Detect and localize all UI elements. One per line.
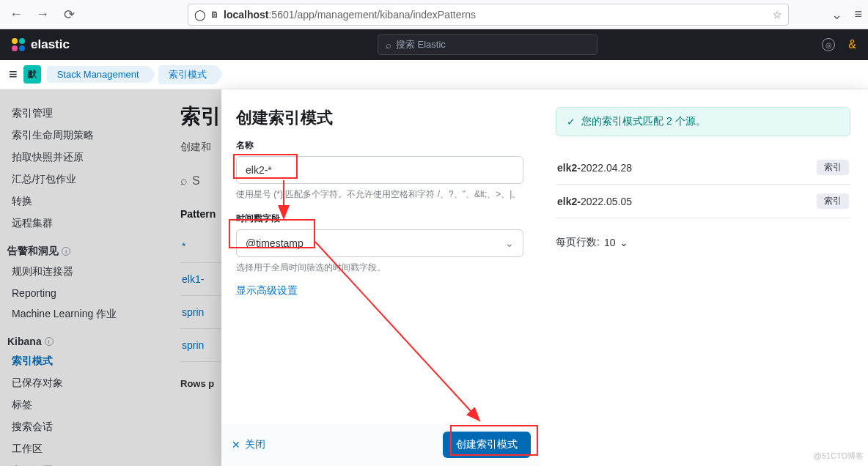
sidebar-item[interactable]: 汇总/打包作业: [7, 169, 155, 191]
url-bar[interactable]: ◯ 🗎 localhost:5601/app/management/kibana…: [188, 4, 789, 26]
create-index-pattern-button[interactable]: 创建索引模式: [443, 432, 531, 458]
name-input-value: elk2-*: [246, 164, 272, 176]
browser-chrome: ← → ⟳ ◯ 🗎 localhost:5601/app/management/…: [0, 0, 868, 29]
nav-forward-button[interactable]: →: [32, 4, 53, 25]
sidebar-item[interactable]: 索引生命周期策略: [7, 125, 155, 147]
sidebar-item[interactable]: 转换: [7, 191, 155, 212]
info-icon[interactable]: i: [62, 247, 70, 256]
bookmark-star-icon[interactable]: ☆: [773, 9, 782, 21]
name-input[interactable]: elk2-*: [236, 156, 523, 184]
name-help-text: 使用星号 (*) 匹配多个字符。不允许使用空格和字符 /、?、"、&lt;、>、…: [236, 188, 523, 201]
match-banner-text: 您的索引模式匹配 2 个源。: [581, 115, 706, 128]
header-search-placeholder: 搜索 Elastic: [396, 38, 446, 51]
search-icon: ⌕: [386, 40, 391, 51]
nav-menu-toggle[interactable]: ≡: [9, 66, 18, 83]
sidebar-item[interactable]: Reporting: [7, 283, 155, 303]
match-row: elk2-2022.04.28 索引: [556, 151, 850, 185]
close-icon: ✕: [232, 439, 240, 451]
search-icon: ⌕: [180, 174, 188, 188]
modal-title: 创建索引模式: [236, 107, 523, 129]
nav-reload-button[interactable]: ⟳: [59, 4, 79, 25]
sidebar-item[interactable]: Machine Learning 作业: [7, 303, 155, 325]
match-success-banner: ✓ 您的索引模式匹配 2 个源。: [556, 107, 850, 136]
close-button[interactable]: ✕ 关闭: [232, 438, 265, 451]
sidebar: 索引管理 索引生命周期策略 拍取快照并还原 汇总/打包作业 转换 远程集群 告警…: [0, 89, 163, 466]
modal-footer: ✕ 关闭 创建索引模式: [221, 424, 541, 466]
breadcrumb-stack-management[interactable]: Stack Management: [47, 66, 150, 83]
sidebar-item[interactable]: 已保存对象: [7, 372, 155, 394]
header-search-input[interactable]: ⌕ 搜索 Elastic: [378, 34, 597, 55]
timestamp-select-value: @timestamp: [246, 237, 304, 249]
elastic-wordmark: elastic: [31, 37, 70, 52]
nav-back-button[interactable]: ←: [6, 4, 26, 25]
sidebar-item[interactable]: 索引管理: [7, 103, 155, 125]
chevron-down-icon: ⌄: [505, 237, 514, 249]
breadcrumb-bar: ≡ 默 Stack Management 索引模式: [0, 60, 868, 89]
browser-menu-icon[interactable]: ≡: [854, 7, 862, 23]
sidebar-item-index-patterns[interactable]: 索引模式: [7, 350, 155, 372]
timestamp-help-text: 选择用于全局时间筛选的时间戳字段。: [236, 262, 523, 274]
space-badge[interactable]: 默: [23, 65, 41, 84]
rows-per-page-selector[interactable]: 每页行数: 10 ⌄: [556, 236, 850, 249]
show-advanced-link[interactable]: 显示高级设置: [236, 284, 298, 297]
sidebar-heading-alerts: 告警和洞见i: [7, 245, 155, 258]
create-index-pattern-modal: 创建索引模式 名称 elk2-* 使用星号 (*) 匹配多个字符。不允许使用空格…: [221, 89, 868, 466]
chevron-down-icon: ⌄: [619, 237, 628, 248]
index-badge: 索引: [817, 160, 849, 175]
sidebar-item[interactable]: 拍取快照并还原: [7, 147, 155, 169]
breadcrumb-index-patterns[interactable]: 索引模式: [158, 65, 217, 84]
info-icon[interactable]: i: [45, 337, 54, 346]
sidebar-item[interactable]: 工作区: [7, 438, 155, 460]
sidebar-item[interactable]: 搜索会话: [7, 416, 155, 438]
index-badge: 索引: [817, 193, 849, 209]
help-icon[interactable]: ◎: [822, 38, 835, 51]
match-row: elk2-2022.05.05 索引: [556, 185, 850, 218]
url-path: :5601/app/management/kibana/indexPattern…: [268, 9, 476, 21]
sidebar-item[interactable]: 高级设置: [7, 460, 155, 466]
sidebar-item[interactable]: 标签: [7, 394, 155, 416]
url-host: localhost: [224, 9, 268, 21]
elastic-logo[interactable]: elastic: [12, 37, 70, 52]
lock-icon: 🗎: [210, 10, 219, 20]
sidebar-item[interactable]: 远程集群: [7, 212, 155, 234]
timestamp-field-label: 时间戳字段: [236, 212, 523, 225]
user-avatar-icon[interactable]: &: [848, 38, 856, 51]
sidebar-item[interactable]: 规则和连接器: [7, 261, 155, 283]
check-icon: ✓: [567, 116, 575, 127]
name-field-label: 名称: [236, 139, 523, 152]
save-pocket-icon[interactable]: ⌄: [831, 7, 842, 23]
timestamp-select[interactable]: @timestamp ⌄: [236, 229, 523, 257]
elastic-header: elastic ⌕ 搜索 Elastic ◎ &: [0, 29, 868, 60]
shield-icon: ◯: [194, 9, 206, 21]
watermark: @51CTO博客: [814, 451, 864, 462]
sidebar-heading-kibana: Kibanai: [7, 336, 155, 347]
